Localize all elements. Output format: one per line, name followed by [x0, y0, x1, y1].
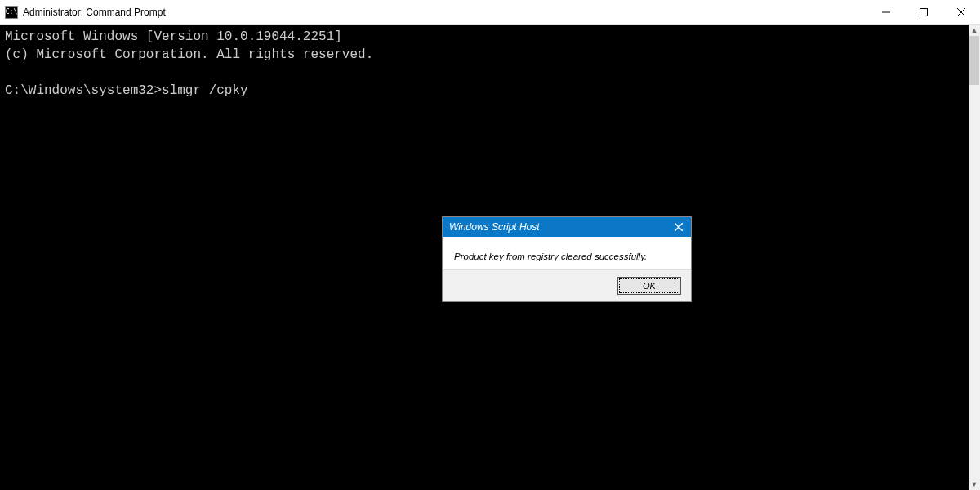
window-controls — [867, 0, 980, 24]
scroll-down-icon[interactable]: ▼ — [969, 479, 980, 490]
console-line: (c) Microsoft Corporation. All rights re… — [5, 47, 373, 62]
window-title: Administrator: Command Prompt — [23, 7, 867, 18]
dialog-close-button[interactable] — [666, 217, 691, 237]
ok-button[interactable]: OK — [617, 277, 681, 295]
maximize-button[interactable] — [905, 0, 942, 24]
dialog-title: Windows Script Host — [449, 221, 540, 233]
svg-rect-1 — [920, 8, 928, 16]
minimize-button[interactable] — [867, 0, 905, 24]
dialog-titlebar: Windows Script Host — [443, 217, 691, 237]
cmd-icon: C:\ — [5, 6, 18, 19]
vertical-scrollbar[interactable]: ▲ ▼ — [969, 24, 980, 490]
scroll-up-icon[interactable]: ▲ — [969, 24, 980, 36]
window-titlebar: C:\ Administrator: Command Prompt — [0, 0, 980, 24]
scroll-thumb[interactable] — [969, 36, 979, 85]
console-line: Microsoft Windows [Version 10.0.19044.22… — [5, 29, 342, 44]
dialog-footer: OK — [443, 270, 691, 301]
console-prompt-line: C:\Windows\system32>slmgr /cpky — [5, 83, 248, 98]
message-dialog: Windows Script Host Product key from reg… — [442, 216, 692, 302]
dialog-message: Product key from registry cleared succes… — [443, 237, 691, 270]
close-button[interactable] — [942, 0, 980, 24]
